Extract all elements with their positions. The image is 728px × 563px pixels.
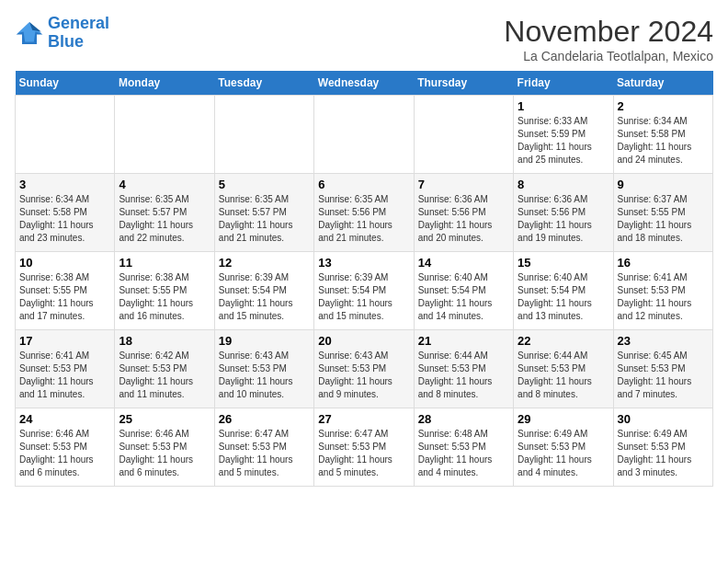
weekday-header-row: SundayMondayTuesdayWednesdayThursdayFrid…	[16, 71, 713, 96]
calendar-cell: 14Sunrise: 6:40 AMSunset: 5:54 PMDayligh…	[414, 252, 513, 330]
logo: General Blue	[15, 15, 109, 52]
calendar-cell: 24Sunrise: 6:46 AMSunset: 5:53 PMDayligh…	[16, 408, 115, 487]
day-info: Sunrise: 6:35 AMSunset: 5:57 PMDaylight:…	[219, 193, 310, 245]
day-info: Sunrise: 6:40 AMSunset: 5:54 PMDaylight:…	[418, 271, 509, 323]
day-number: 13	[318, 256, 409, 270]
day-number: 10	[19, 256, 110, 270]
day-number: 15	[518, 256, 609, 270]
calendar-cell: 2Sunrise: 6:34 AMSunset: 5:58 PMDaylight…	[613, 96, 712, 174]
header: General Blue November 2024 La Candelaria…	[15, 15, 713, 63]
calendar-cell: 16Sunrise: 6:41 AMSunset: 5:53 PMDayligh…	[613, 252, 712, 330]
calendar-cell: 29Sunrise: 6:49 AMSunset: 5:53 PMDayligh…	[514, 408, 613, 487]
calendar-cell: 12Sunrise: 6:39 AMSunset: 5:54 PMDayligh…	[214, 252, 313, 330]
calendar-cell: 17Sunrise: 6:41 AMSunset: 5:53 PMDayligh…	[16, 330, 115, 408]
day-number: 27	[318, 412, 409, 426]
day-number: 8	[518, 178, 609, 191]
day-number: 14	[418, 256, 509, 270]
calendar-cell: 3Sunrise: 6:34 AMSunset: 5:58 PMDaylight…	[16, 174, 115, 252]
calendar-cell: 11Sunrise: 6:38 AMSunset: 5:55 PMDayligh…	[115, 252, 214, 330]
weekday-wednesday: Wednesday	[314, 71, 414, 96]
day-number: 19	[219, 334, 310, 348]
day-number: 26	[219, 412, 310, 426]
day-info: Sunrise: 6:47 AMSunset: 5:53 PMDaylight:…	[318, 428, 409, 479]
calendar: SundayMondayTuesdayWednesdayThursdayFrid…	[15, 71, 713, 487]
weekday-tuesday: Tuesday	[214, 71, 313, 96]
day-number: 28	[418, 412, 509, 426]
calendar-header: SundayMondayTuesdayWednesdayThursdayFrid…	[16, 71, 713, 96]
calendar-week-2: 10Sunrise: 6:38 AMSunset: 5:55 PMDayligh…	[16, 252, 713, 330]
day-number: 3	[19, 178, 110, 191]
day-number: 25	[119, 412, 210, 426]
month-title: November 2024	[504, 15, 713, 49]
calendar-cell: 22Sunrise: 6:44 AMSunset: 5:53 PMDayligh…	[514, 330, 613, 408]
day-number: 23	[618, 334, 709, 348]
day-info: Sunrise: 6:47 AMSunset: 5:53 PMDaylight:…	[219, 428, 310, 479]
title-block: November 2024 La Candelaria Teotlalpan, …	[504, 15, 713, 63]
calendar-cell	[16, 96, 115, 174]
calendar-cell: 6Sunrise: 6:35 AMSunset: 5:56 PMDaylight…	[314, 174, 414, 252]
day-info: Sunrise: 6:49 AMSunset: 5:53 PMDaylight:…	[518, 428, 609, 479]
day-number: 12	[219, 256, 310, 270]
calendar-week-4: 24Sunrise: 6:46 AMSunset: 5:53 PMDayligh…	[16, 408, 713, 487]
day-number: 6	[318, 178, 409, 191]
day-number: 1	[518, 99, 609, 113]
day-info: Sunrise: 6:39 AMSunset: 5:54 PMDaylight:…	[318, 271, 409, 323]
day-number: 29	[518, 412, 609, 426]
calendar-cell: 5Sunrise: 6:35 AMSunset: 5:57 PMDaylight…	[214, 174, 313, 252]
day-info: Sunrise: 6:44 AMSunset: 5:53 PMDaylight:…	[418, 350, 509, 401]
day-info: Sunrise: 6:40 AMSunset: 5:54 PMDaylight:…	[518, 271, 609, 323]
day-number: 9	[618, 178, 709, 191]
calendar-body: 1Sunrise: 6:33 AMSunset: 5:59 PMDaylight…	[16, 96, 713, 487]
day-number: 5	[219, 178, 310, 191]
page-container: General Blue November 2024 La Candelaria…	[15, 15, 713, 487]
logo-text: General Blue	[48, 15, 109, 52]
day-info: Sunrise: 6:38 AMSunset: 5:55 PMDaylight:…	[119, 271, 210, 323]
day-number: 16	[618, 256, 709, 270]
calendar-cell: 13Sunrise: 6:39 AMSunset: 5:54 PMDayligh…	[314, 252, 414, 330]
calendar-cell: 25Sunrise: 6:46 AMSunset: 5:53 PMDayligh…	[115, 408, 214, 487]
calendar-cell: 21Sunrise: 6:44 AMSunset: 5:53 PMDayligh…	[414, 330, 513, 408]
day-info: Sunrise: 6:45 AMSunset: 5:53 PMDaylight:…	[618, 350, 709, 401]
day-info: Sunrise: 6:38 AMSunset: 5:55 PMDaylight:…	[19, 271, 110, 323]
calendar-week-1: 3Sunrise: 6:34 AMSunset: 5:58 PMDaylight…	[16, 174, 713, 252]
logo-icon	[15, 18, 44, 48]
calendar-cell: 19Sunrise: 6:43 AMSunset: 5:53 PMDayligh…	[214, 330, 313, 408]
calendar-cell	[414, 96, 513, 174]
calendar-cell: 1Sunrise: 6:33 AMSunset: 5:59 PMDaylight…	[514, 96, 613, 174]
day-info: Sunrise: 6:36 AMSunset: 5:56 PMDaylight:…	[518, 193, 609, 245]
calendar-cell: 18Sunrise: 6:42 AMSunset: 5:53 PMDayligh…	[115, 330, 214, 408]
day-number: 20	[318, 334, 409, 348]
calendar-cell: 7Sunrise: 6:36 AMSunset: 5:56 PMDaylight…	[414, 174, 513, 252]
day-info: Sunrise: 6:36 AMSunset: 5:56 PMDaylight:…	[418, 193, 509, 245]
calendar-cell: 20Sunrise: 6:43 AMSunset: 5:53 PMDayligh…	[314, 330, 414, 408]
calendar-cell: 30Sunrise: 6:49 AMSunset: 5:53 PMDayligh…	[613, 408, 712, 487]
day-info: Sunrise: 6:49 AMSunset: 5:53 PMDaylight:…	[618, 428, 709, 479]
day-info: Sunrise: 6:34 AMSunset: 5:58 PMDaylight:…	[618, 115, 709, 167]
weekday-sunday: Sunday	[16, 71, 115, 96]
day-info: Sunrise: 6:44 AMSunset: 5:53 PMDaylight:…	[518, 350, 609, 401]
day-number: 4	[119, 178, 210, 191]
day-info: Sunrise: 6:48 AMSunset: 5:53 PMDaylight:…	[418, 428, 509, 479]
day-info: Sunrise: 6:39 AMSunset: 5:54 PMDaylight:…	[219, 271, 310, 323]
day-number: 7	[418, 178, 509, 191]
day-number: 30	[618, 412, 709, 426]
calendar-cell: 8Sunrise: 6:36 AMSunset: 5:56 PMDaylight…	[514, 174, 613, 252]
day-info: Sunrise: 6:46 AMSunset: 5:53 PMDaylight:…	[119, 428, 210, 479]
day-info: Sunrise: 6:35 AMSunset: 5:57 PMDaylight:…	[119, 193, 210, 245]
calendar-cell: 28Sunrise: 6:48 AMSunset: 5:53 PMDayligh…	[414, 408, 513, 487]
day-number: 18	[119, 334, 210, 348]
calendar-week-0: 1Sunrise: 6:33 AMSunset: 5:59 PMDaylight…	[16, 96, 713, 174]
weekday-friday: Friday	[514, 71, 613, 96]
day-info: Sunrise: 6:43 AMSunset: 5:53 PMDaylight:…	[318, 350, 409, 401]
day-info: Sunrise: 6:35 AMSunset: 5:56 PMDaylight:…	[318, 193, 409, 245]
calendar-cell: 10Sunrise: 6:38 AMSunset: 5:55 PMDayligh…	[16, 252, 115, 330]
day-info: Sunrise: 6:42 AMSunset: 5:53 PMDaylight:…	[119, 350, 210, 401]
day-number: 17	[19, 334, 110, 348]
calendar-cell	[314, 96, 414, 174]
day-info: Sunrise: 6:43 AMSunset: 5:53 PMDaylight:…	[219, 350, 310, 401]
day-info: Sunrise: 6:41 AMSunset: 5:53 PMDaylight:…	[19, 350, 110, 401]
day-info: Sunrise: 6:34 AMSunset: 5:58 PMDaylight:…	[19, 193, 110, 245]
day-info: Sunrise: 6:46 AMSunset: 5:53 PMDaylight:…	[19, 428, 110, 479]
day-number: 11	[119, 256, 210, 270]
calendar-cell: 15Sunrise: 6:40 AMSunset: 5:54 PMDayligh…	[514, 252, 613, 330]
